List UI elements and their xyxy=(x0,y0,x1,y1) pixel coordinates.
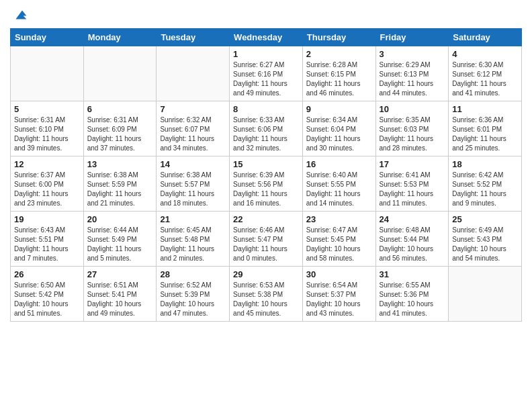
day-info: Sunrise: 6:46 AM Sunset: 5:47 PM Dayligh… xyxy=(233,226,299,263)
day-number: 28 xyxy=(160,269,226,279)
logo-icon xyxy=(11,7,28,23)
day-number: 24 xyxy=(380,214,445,224)
day-info: Sunrise: 6:37 AM Sunset: 6:00 PM Dayligh… xyxy=(14,171,80,208)
day-number: 9 xyxy=(306,104,372,114)
day-number: 13 xyxy=(87,159,153,169)
day-number: 5 xyxy=(14,104,80,114)
day-info: Sunrise: 6:38 AM Sunset: 5:57 PM Dayligh… xyxy=(160,171,226,208)
calendar-cell xyxy=(449,267,522,322)
day-info: Sunrise: 6:48 AM Sunset: 5:44 PM Dayligh… xyxy=(380,226,445,263)
calendar-cell xyxy=(11,46,84,101)
calendar-cell xyxy=(157,46,230,101)
calendar-cell: 31Sunrise: 6:55 AM Sunset: 5:36 PM Dayli… xyxy=(375,267,449,322)
calendar-cell: 10Sunrise: 6:35 AM Sunset: 6:03 PM Dayli… xyxy=(375,101,449,156)
weekday-header: Monday xyxy=(83,29,157,46)
day-info: Sunrise: 6:54 AM Sunset: 5:37 PM Dayligh… xyxy=(306,281,372,318)
calendar-cell: 1Sunrise: 6:27 AM Sunset: 6:16 PM Daylig… xyxy=(230,46,303,101)
calendar-cell: 6Sunrise: 6:31 AM Sunset: 6:09 PM Daylig… xyxy=(83,101,157,156)
day-info: Sunrise: 6:53 AM Sunset: 5:38 PM Dayligh… xyxy=(233,281,299,318)
day-info: Sunrise: 6:31 AM Sunset: 6:09 PM Dayligh… xyxy=(87,116,153,153)
calendar-table: SundayMondayTuesdayWednesdayThursdayFrid… xyxy=(10,28,522,322)
day-info: Sunrise: 6:41 AM Sunset: 5:53 PM Dayligh… xyxy=(380,171,445,208)
svg-marker-0 xyxy=(15,11,26,19)
day-info: Sunrise: 6:44 AM Sunset: 5:49 PM Dayligh… xyxy=(87,226,153,263)
day-info: Sunrise: 6:29 AM Sunset: 6:13 PM Dayligh… xyxy=(380,60,445,98)
calendar-cell: 8Sunrise: 6:33 AM Sunset: 6:06 PM Daylig… xyxy=(230,101,303,156)
day-number: 1 xyxy=(233,49,299,59)
day-number: 31 xyxy=(380,269,445,279)
day-info: Sunrise: 6:51 AM Sunset: 5:41 PM Dayligh… xyxy=(87,281,153,318)
day-number: 22 xyxy=(233,214,299,224)
weekday-header: Wednesday xyxy=(230,29,303,46)
day-info: Sunrise: 6:30 AM Sunset: 6:12 PM Dayligh… xyxy=(452,60,518,98)
calendar-cell: 3Sunrise: 6:29 AM Sunset: 6:13 PM Daylig… xyxy=(375,46,449,101)
day-info: Sunrise: 6:27 AM Sunset: 6:16 PM Dayligh… xyxy=(233,60,299,98)
logo-text xyxy=(10,7,28,23)
calendar-cell: 25Sunrise: 6:49 AM Sunset: 5:43 PM Dayli… xyxy=(449,212,522,267)
day-info: Sunrise: 6:52 AM Sunset: 5:39 PM Dayligh… xyxy=(160,281,226,318)
day-number: 25 xyxy=(452,214,518,224)
day-number: 19 xyxy=(14,214,80,224)
calendar-cell: 28Sunrise: 6:52 AM Sunset: 5:39 PM Dayli… xyxy=(157,267,230,322)
day-number: 29 xyxy=(233,269,299,279)
day-info: Sunrise: 6:47 AM Sunset: 5:45 PM Dayligh… xyxy=(306,226,372,263)
calendar-cell: 11Sunrise: 6:36 AM Sunset: 6:01 PM Dayli… xyxy=(449,101,522,156)
weekday-header: Saturday xyxy=(449,29,522,46)
logo xyxy=(10,7,28,23)
day-number: 16 xyxy=(306,159,372,169)
calendar-cell: 15Sunrise: 6:39 AM Sunset: 5:56 PM Dayli… xyxy=(230,156,303,212)
calendar-cell: 13Sunrise: 6:38 AM Sunset: 5:59 PM Dayli… xyxy=(83,156,157,212)
calendar-week-row: 1Sunrise: 6:27 AM Sunset: 6:16 PM Daylig… xyxy=(11,46,522,101)
day-info: Sunrise: 6:33 AM Sunset: 6:06 PM Dayligh… xyxy=(233,116,299,153)
calendar-week-row: 5Sunrise: 6:31 AM Sunset: 6:10 PM Daylig… xyxy=(11,101,522,156)
day-info: Sunrise: 6:39 AM Sunset: 5:56 PM Dayligh… xyxy=(233,171,299,208)
day-number: 3 xyxy=(380,49,445,59)
day-info: Sunrise: 6:36 AM Sunset: 6:01 PM Dayligh… xyxy=(452,116,518,153)
day-number: 8 xyxy=(233,104,299,114)
calendar-week-row: 26Sunrise: 6:50 AM Sunset: 5:42 PM Dayli… xyxy=(11,267,522,322)
day-number: 23 xyxy=(306,214,372,224)
day-number: 10 xyxy=(380,104,445,114)
weekday-header: Thursday xyxy=(302,29,375,46)
day-info: Sunrise: 6:45 AM Sunset: 5:48 PM Dayligh… xyxy=(160,226,226,263)
day-info: Sunrise: 6:42 AM Sunset: 5:52 PM Dayligh… xyxy=(452,171,518,208)
calendar-cell xyxy=(83,46,157,101)
calendar-cell: 16Sunrise: 6:40 AM Sunset: 5:55 PM Dayli… xyxy=(302,156,375,212)
day-number: 7 xyxy=(160,104,226,114)
day-number: 12 xyxy=(14,159,80,169)
calendar-cell: 29Sunrise: 6:53 AM Sunset: 5:38 PM Dayli… xyxy=(230,267,303,322)
calendar-cell: 9Sunrise: 6:34 AM Sunset: 6:04 PM Daylig… xyxy=(302,101,375,156)
day-info: Sunrise: 6:40 AM Sunset: 5:55 PM Dayligh… xyxy=(306,171,372,208)
calendar-cell: 2Sunrise: 6:28 AM Sunset: 6:15 PM Daylig… xyxy=(302,46,375,101)
calendar-header-row: SundayMondayTuesdayWednesdayThursdayFrid… xyxy=(11,29,522,46)
calendar-cell: 17Sunrise: 6:41 AM Sunset: 5:53 PM Dayli… xyxy=(375,156,449,212)
day-info: Sunrise: 6:38 AM Sunset: 5:59 PM Dayligh… xyxy=(87,171,153,208)
day-info: Sunrise: 6:50 AM Sunset: 5:42 PM Dayligh… xyxy=(14,281,80,318)
calendar-cell: 19Sunrise: 6:43 AM Sunset: 5:51 PM Dayli… xyxy=(11,212,84,267)
day-info: Sunrise: 6:31 AM Sunset: 6:10 PM Dayligh… xyxy=(14,116,80,153)
day-number: 17 xyxy=(380,159,445,169)
day-info: Sunrise: 6:55 AM Sunset: 5:36 PM Dayligh… xyxy=(380,281,445,318)
calendar-cell: 21Sunrise: 6:45 AM Sunset: 5:48 PM Dayli… xyxy=(157,212,230,267)
calendar-cell: 24Sunrise: 6:48 AM Sunset: 5:44 PM Dayli… xyxy=(375,212,449,267)
day-number: 20 xyxy=(87,214,153,224)
calendar-cell: 20Sunrise: 6:44 AM Sunset: 5:49 PM Dayli… xyxy=(83,212,157,267)
day-number: 4 xyxy=(452,49,518,59)
day-info: Sunrise: 6:32 AM Sunset: 6:07 PM Dayligh… xyxy=(160,116,226,153)
weekday-header: Friday xyxy=(375,29,449,46)
calendar-cell: 7Sunrise: 6:32 AM Sunset: 6:07 PM Daylig… xyxy=(157,101,230,156)
day-info: Sunrise: 6:43 AM Sunset: 5:51 PM Dayligh… xyxy=(14,226,80,263)
day-number: 18 xyxy=(452,159,518,169)
calendar-cell: 5Sunrise: 6:31 AM Sunset: 6:10 PM Daylig… xyxy=(11,101,84,156)
calendar-cell: 22Sunrise: 6:46 AM Sunset: 5:47 PM Dayli… xyxy=(230,212,303,267)
day-number: 2 xyxy=(306,49,372,59)
calendar-cell: 30Sunrise: 6:54 AM Sunset: 5:37 PM Dayli… xyxy=(302,267,375,322)
calendar-cell: 27Sunrise: 6:51 AM Sunset: 5:41 PM Dayli… xyxy=(83,267,157,322)
day-number: 14 xyxy=(160,159,226,169)
calendar-cell: 14Sunrise: 6:38 AM Sunset: 5:57 PM Dayli… xyxy=(157,156,230,212)
day-info: Sunrise: 6:28 AM Sunset: 6:15 PM Dayligh… xyxy=(306,60,372,98)
day-info: Sunrise: 6:35 AM Sunset: 6:03 PM Dayligh… xyxy=(380,116,445,153)
calendar-week-row: 12Sunrise: 6:37 AM Sunset: 6:00 PM Dayli… xyxy=(11,156,522,212)
day-number: 27 xyxy=(87,269,153,279)
day-number: 11 xyxy=(452,104,518,114)
